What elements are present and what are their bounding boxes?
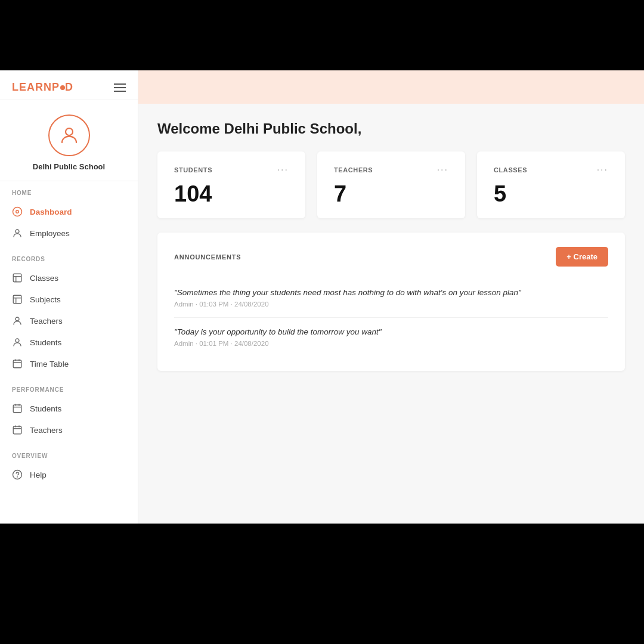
announcement-meta-2: Admin · 01:01 PM · 24/08/2020 xyxy=(174,340,608,347)
stat-teachers-more[interactable]: ··· xyxy=(437,165,448,175)
svg-rect-12 xyxy=(13,360,21,368)
sidebar: LEARNP D Delhi Public School xyxy=(0,70,138,524)
app-container: LEARNP D Delhi Public School xyxy=(0,70,644,524)
logo-suffix: D xyxy=(65,81,73,94)
nav-performance-label: PERFORMANCE xyxy=(0,386,138,398)
sidebar-item-classes-label: Classes xyxy=(30,274,58,283)
employees-icon xyxy=(12,228,23,239)
svg-point-0 xyxy=(66,128,73,135)
nav-performance-section: PERFORMANCE Students xyxy=(0,378,138,444)
logo-dot-icon xyxy=(60,85,65,90)
nav-home-section: HOME Dashboard Employees xyxy=(0,181,138,247)
sidebar-item-students-perf[interactable]: Students xyxy=(0,398,138,419)
svg-point-3 xyxy=(16,230,19,233)
stat-card-teachers-header: TEACHERS ··· xyxy=(334,165,448,175)
sidebar-item-teachers-rec-label: Teachers xyxy=(30,317,63,326)
subjects-icon xyxy=(12,294,23,305)
stat-card-teachers: TEACHERS ··· 7 xyxy=(317,151,465,218)
stat-students-more[interactable]: ··· xyxy=(277,165,289,175)
school-name: Delhi Public School xyxy=(33,162,105,171)
sidebar-item-teachers-rec[interactable]: Teachers xyxy=(0,310,138,332)
logo: LEARNP D xyxy=(12,81,73,94)
timetable-icon xyxy=(12,358,23,369)
stat-card-classes: CLASSES ··· 5 xyxy=(477,151,625,218)
announcements-card: ANNOUNCEMENTS + Create "Sometimes the th… xyxy=(157,233,625,371)
sidebar-item-help-label: Help xyxy=(30,470,47,479)
sidebar-item-subjects-label: Subjects xyxy=(30,295,61,304)
stat-card-students-header: STUDENTS ··· xyxy=(174,165,289,175)
sidebar-item-classes[interactable]: Classes xyxy=(0,267,138,289)
students-rec-icon xyxy=(12,337,23,348)
nav-records-section: RECORDS Classes Subjects xyxy=(0,247,138,378)
announcement-item-1: "Sometimes the thing your students need … xyxy=(174,278,608,318)
announcements-header: ANNOUNCEMENTS + Create xyxy=(174,247,608,267)
screen: LEARNP D Delhi Public School xyxy=(0,0,644,644)
teachers-rec-icon xyxy=(12,315,23,326)
announcements-title: ANNOUNCEMENTS xyxy=(174,253,241,261)
svg-rect-16 xyxy=(13,405,21,413)
top-banner xyxy=(138,70,644,104)
sidebar-item-students-rec-label: Students xyxy=(30,338,61,347)
announcement-meta-1: Admin · 01:03 PM · 24/08/2020 xyxy=(174,301,608,308)
main-content: Welcome Delhi Public School, STUDENTS ··… xyxy=(138,70,644,524)
sidebar-item-dashboard-label: Dashboard xyxy=(30,208,72,216)
stat-classes-value: 5 xyxy=(494,181,506,206)
classes-icon xyxy=(12,273,23,283)
svg-rect-20 xyxy=(13,426,21,434)
svg-point-24 xyxy=(13,470,22,479)
stat-card-classes-header: CLASSES ··· xyxy=(494,165,608,175)
hamburger-menu-button[interactable] xyxy=(114,83,126,92)
welcome-title: Welcome Delhi Public School, xyxy=(157,120,625,137)
content-area: Welcome Delhi Public School, STUDENTS ··… xyxy=(138,104,644,524)
sidebar-item-dashboard[interactable]: Dashboard xyxy=(0,201,138,222)
sidebar-item-timetable-label: Time Table xyxy=(30,360,69,369)
teachers-perf-icon xyxy=(12,425,23,435)
nav-overview-label: OVERVIEW xyxy=(0,453,138,464)
sidebar-item-teachers-perf[interactable]: Teachers xyxy=(0,419,138,441)
sidebar-item-students-perf-label: Students xyxy=(30,404,61,413)
stat-students-label: STUDENTS xyxy=(174,166,212,174)
announcement-text-2: "Today is your opportunity to build the … xyxy=(174,327,608,336)
announcement-item-2: "Today is your opportunity to build the … xyxy=(174,318,608,357)
stat-classes-more[interactable]: ··· xyxy=(597,165,608,175)
stat-students-value: 104 xyxy=(174,181,212,206)
home-icon xyxy=(12,206,23,217)
nav-records-label: RECORDS xyxy=(0,256,138,267)
nav-home-label: HOME xyxy=(0,190,138,201)
sidebar-item-employees-label: Employees xyxy=(30,229,70,238)
svg-point-1 xyxy=(13,208,22,216)
sidebar-item-teachers-perf-label: Teachers xyxy=(30,426,63,435)
students-perf-icon xyxy=(12,403,23,414)
svg-point-25 xyxy=(17,476,18,477)
profile-section: Delhi Public School xyxy=(0,100,138,181)
avatar xyxy=(48,114,90,156)
create-announcement-button[interactable]: + Create xyxy=(556,247,608,267)
announcement-text-1: "Sometimes the thing your students need … xyxy=(174,288,608,297)
stat-classes-label: CLASSES xyxy=(494,166,527,174)
stat-teachers-value: 7 xyxy=(334,181,346,206)
stat-teachers-label: TEACHERS xyxy=(334,166,373,174)
svg-point-2 xyxy=(16,210,19,213)
svg-point-11 xyxy=(16,339,19,342)
svg-rect-4 xyxy=(13,274,21,282)
sidebar-item-students-rec[interactable]: Students xyxy=(0,332,138,353)
person-icon xyxy=(58,125,80,146)
svg-rect-7 xyxy=(13,295,21,304)
sidebar-item-timetable[interactable]: Time Table xyxy=(0,353,138,374)
stats-row: STUDENTS ··· 104 TEACHERS ··· 7 xyxy=(157,151,625,218)
help-icon xyxy=(12,469,23,480)
nav-overview-section: OVERVIEW Help xyxy=(0,444,138,489)
svg-point-10 xyxy=(16,317,19,321)
logo-text: LEARNP xyxy=(12,81,60,94)
sidebar-item-help[interactable]: Help xyxy=(0,464,138,485)
sidebar-header: LEARNP D xyxy=(0,70,138,100)
sidebar-item-employees[interactable]: Employees xyxy=(0,222,138,244)
sidebar-item-subjects[interactable]: Subjects xyxy=(0,289,138,310)
stat-card-students: STUDENTS ··· 104 xyxy=(157,151,305,218)
